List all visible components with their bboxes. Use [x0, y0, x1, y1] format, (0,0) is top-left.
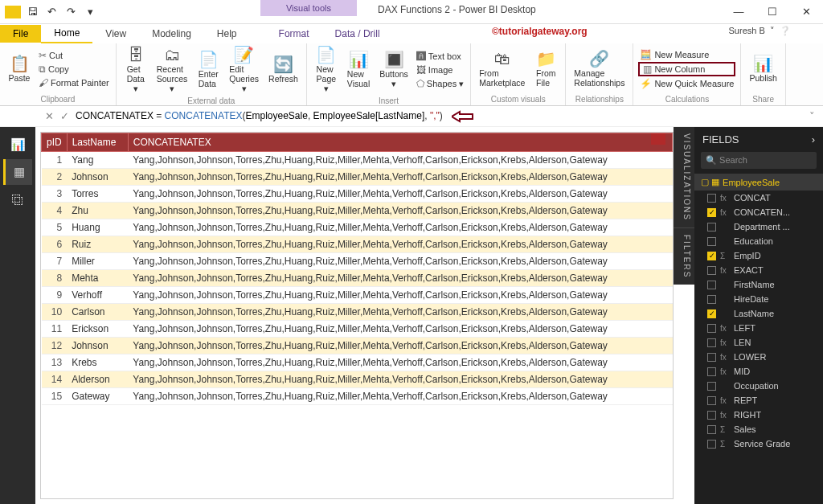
from-marketplace-button[interactable]: 🛍From Marketplace	[476, 49, 528, 89]
field-item[interactable]: ✓ΣEmpID	[694, 248, 823, 263]
get-data-button[interactable]: 🗄Get Data▾	[121, 45, 150, 95]
save-icon[interactable]: 🖫	[24, 6, 40, 18]
field-item[interactable]: FirstName	[694, 277, 823, 292]
formula-bar[interactable]: ✕ ✓ CONCATENATEX = CONCATENATEX(Employee…	[0, 106, 823, 127]
field-item[interactable]: ΣSales	[694, 422, 823, 436]
shapes-button[interactable]: ⬠Shapes ▾	[415, 77, 465, 90]
minimize-button[interactable]: —	[722, 0, 755, 24]
field-item[interactable]: Occupation	[694, 379, 823, 393]
redo-icon[interactable]: ↷	[63, 6, 79, 18]
field-checkbox[interactable]	[707, 266, 716, 275]
field-item[interactable]: fxREPT	[694, 393, 823, 408]
field-checkbox[interactable]	[707, 367, 716, 376]
table-row[interactable]: 4ZhuYang,Johnson,Johnson,Torres,Zhu,Huan…	[42, 203, 673, 219]
fields-collapse-icon[interactable]: ›	[812, 133, 815, 145]
recent-sources-button[interactable]: 🗂Recent Sources▾	[154, 45, 191, 95]
table-row[interactable]: 9VerhoffYang,Johnson,Johnson,Torres,Zhu,…	[42, 287, 673, 304]
field-item[interactable]: HireDate	[694, 292, 823, 306]
table-row[interactable]: 15GatewayYang,Johnson,Johnson,Torres,Zhu…	[42, 388, 673, 405]
qat-dropdown-icon[interactable]: ▾	[82, 6, 98, 18]
field-item[interactable]: fxRIGHT	[694, 408, 823, 422]
publish-button[interactable]: 📊Publish	[746, 54, 780, 84]
from-file-button[interactable]: 📁From File	[531, 49, 560, 89]
maximize-button[interactable]: ☐	[755, 0, 789, 24]
field-checkbox[interactable]	[707, 194, 716, 203]
new-measure-button[interactable]: 🧮New Measure	[638, 48, 735, 61]
field-checkbox[interactable]	[707, 324, 716, 333]
table-row[interactable]: 8MehtaYang,Johnson,Johnson,Torres,Zhu,Hu…	[42, 270, 673, 287]
table-row[interactable]: 11EricksonYang,Johnson,Johnson,Torres,Zh…	[42, 321, 673, 338]
new-visual-button[interactable]: 📊New Visual	[344, 50, 373, 90]
new-page-button[interactable]: 📄New Page▾	[312, 45, 341, 95]
formula-cancel-icon[interactable]: ✕	[45, 110, 54, 122]
field-checkbox[interactable]	[707, 295, 716, 304]
field-item[interactable]: fxLEFT	[694, 321, 823, 335]
table-row[interactable]: 5HuangYang,Johnson,Johnson,Torres,Zhu,Hu…	[42, 219, 673, 236]
field-item[interactable]: fxLEN	[694, 335, 823, 350]
field-item[interactable]: fxMID	[694, 364, 823, 379]
col-concatenatex[interactable]: CONCATENATEX	[128, 133, 672, 152]
field-item[interactable]: ΣService Grade	[694, 436, 823, 451]
copy-button[interactable]: ⧉Copy	[37, 63, 111, 76]
fields-table-name[interactable]: ▢ ▦ EmployeeSale	[694, 174, 823, 191]
field-checkbox[interactable]	[707, 338, 716, 347]
field-checkbox[interactable]: ✓	[707, 309, 716, 318]
enter-data-button[interactable]: 📄Enter Data	[194, 50, 223, 90]
manage-relationships-button[interactable]: 🔗Manage Relationships	[571, 49, 628, 89]
signed-in-user[interactable]: Suresh B ˅ ❔	[729, 26, 791, 36]
tab-modeling[interactable]: Modeling	[139, 25, 204, 43]
table-row[interactable]: 6RuizYang,Johnson,Johnson,Torres,Zhu,Hua…	[42, 236, 673, 253]
table-row[interactable]: 13KrebsYang,Johnson,Johnson,Torres,Zhu,H…	[42, 354, 673, 371]
fields-search-input[interactable]: 🔍 Search	[701, 152, 817, 169]
field-item[interactable]: Education	[694, 234, 823, 248]
table-row[interactable]: 7MillerYang,Johnson,Johnson,Torres,Zhu,H…	[42, 253, 673, 270]
visualizations-pane-collapsed[interactable]: VISUALIZATIONS	[674, 127, 694, 227]
data-table[interactable]: pID LastName CONCATENATEX 1YangYang,John…	[41, 133, 673, 405]
refresh-button[interactable]: 🔄Refresh	[265, 55, 301, 85]
new-column-button[interactable]: ▥New Column	[638, 62, 735, 76]
report-view-icon[interactable]: 📊	[3, 132, 32, 158]
focus-mode-icon[interactable]	[651, 133, 665, 145]
model-view-icon[interactable]: ⿻	[3, 186, 32, 212]
tab-help[interactable]: Help	[204, 25, 250, 43]
field-item[interactable]: fxCONCAT	[694, 191, 823, 205]
field-item[interactable]: ✓fxCONCATEN...	[694, 205, 823, 219]
tab-data-drill[interactable]: Data / Drill	[322, 25, 393, 43]
table-row[interactable]: 14AldersonYang,Johnson,Johnson,Torres,Zh…	[42, 371, 673, 388]
field-item[interactable]: Department ...	[694, 219, 823, 234]
close-button[interactable]: ✕	[789, 0, 823, 24]
field-checkbox[interactable]	[707, 237, 716, 246]
field-item[interactable]: fxLOWER	[694, 350, 823, 364]
field-checkbox[interactable]	[707, 411, 716, 420]
table-row[interactable]: 2JohnsonYang,Johnson,Johnson,Torres,Zhu,…	[42, 169, 673, 186]
col-id[interactable]: pID	[42, 133, 68, 152]
field-checkbox[interactable]	[707, 396, 716, 405]
filters-pane-collapsed[interactable]: FILTERS	[674, 227, 694, 285]
cut-button[interactable]: ✂Cut	[37, 49, 111, 62]
buttons-button[interactable]: 🔳Buttons▾	[376, 50, 412, 90]
table-row[interactable]: 10CarlsonYang,Johnson,Johnson,Torres,Zhu…	[42, 304, 673, 321]
paste-button[interactable]: 📋Paste	[5, 54, 34, 84]
field-checkbox[interactable]: ✓	[707, 208, 716, 217]
formula-expand-icon[interactable]: ˅	[809, 110, 815, 122]
field-checkbox[interactable]	[707, 223, 716, 232]
textbox-button[interactable]: 🅰Text box	[415, 50, 465, 63]
field-checkbox[interactable]	[707, 281, 716, 289]
table-row[interactable]: 1YangYang,Johnson,Johnson,Torres,Zhu,Hua…	[42, 152, 673, 169]
field-checkbox[interactable]	[707, 425, 716, 434]
field-checkbox[interactable]	[707, 353, 716, 362]
tab-view[interactable]: View	[92, 25, 139, 43]
tab-format[interactable]: Format	[266, 25, 322, 43]
undo-icon[interactable]: ↶	[43, 6, 59, 18]
formula-text[interactable]: CONCATENATEX = CONCATENATEX(EmployeeSale…	[76, 110, 803, 123]
field-item[interactable]: ✓LastName	[694, 306, 823, 321]
tab-file[interactable]: File	[0, 25, 41, 43]
image-button[interactable]: 🖼Image	[415, 64, 465, 76]
field-checkbox[interactable]: ✓	[707, 252, 716, 260]
new-quick-measure-button[interactable]: ⚡New Quick Measure	[638, 77, 735, 90]
formula-commit-icon[interactable]: ✓	[60, 110, 69, 122]
field-checkbox[interactable]	[707, 440, 716, 449]
table-row[interactable]: 3TorresYang,Johnson,Johnson,Torres,Zhu,H…	[42, 186, 673, 203]
table-row[interactable]: 12JohnsonYang,Johnson,Johnson,Torres,Zhu…	[42, 338, 673, 354]
col-lastname[interactable]: LastName	[67, 133, 128, 152]
